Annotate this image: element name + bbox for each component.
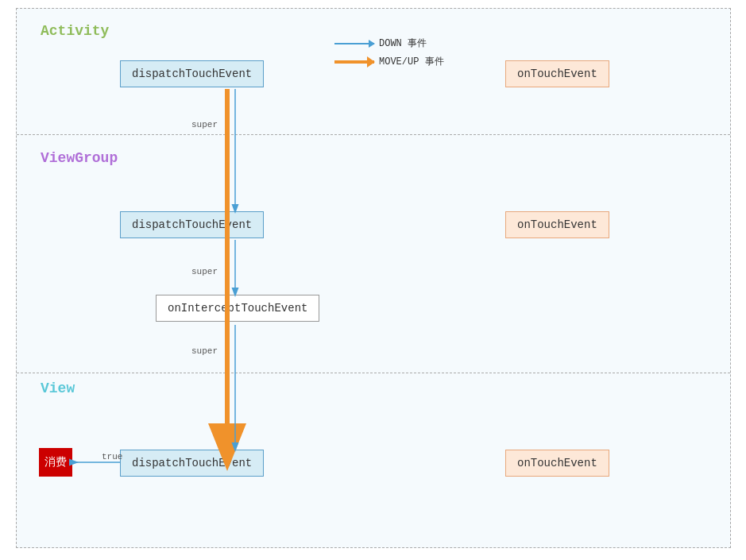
dispatch-touch-view: dispatchTouchEvent (120, 450, 264, 477)
divider-2 (17, 373, 730, 373)
super-label-2: super (191, 267, 218, 276)
legend: DOWN 事件 MOVE/UP 事件 (334, 37, 444, 68)
ontouch-viewgroup: onTouchEvent (505, 211, 609, 238)
dispatch-touch-activity: dispatchTouchEvent (120, 60, 264, 87)
intercept-viewgroup: onInterceptTouchEvent (156, 295, 319, 322)
ontouch-activity: onTouchEvent (505, 60, 609, 87)
view-label: View (41, 380, 75, 396)
orange-arrow-icon (334, 60, 374, 64)
true-label: true (102, 452, 122, 462)
blue-arrow-icon (334, 43, 374, 44)
divider-1 (17, 134, 730, 135)
consume-box: 消费 (39, 448, 72, 477)
down-label: DOWN 事件 (379, 37, 427, 50)
super-label-1: super (191, 120, 218, 129)
main-diagram: Activity ViewGroup View DOWN 事件 MOVE/UP … (16, 8, 731, 548)
super-label-3: super (191, 346, 218, 356)
activity-label: Activity (41, 23, 109, 39)
moveup-label: MOVE/UP 事件 (379, 55, 444, 68)
dispatch-touch-viewgroup: dispatchTouchEvent (120, 211, 264, 238)
legend-moveup: MOVE/UP 事件 (334, 55, 444, 68)
legend-down: DOWN 事件 (334, 37, 444, 50)
viewgroup-label: ViewGroup (41, 150, 118, 166)
ontouch-view: onTouchEvent (505, 450, 609, 477)
